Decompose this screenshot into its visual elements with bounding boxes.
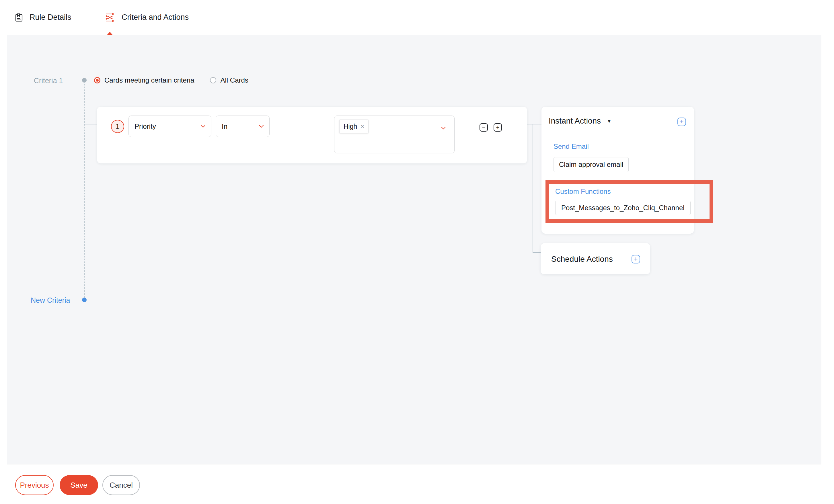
criteria-connector-dashed [84,84,85,298]
tab-rule-details-label: Rule Details [29,13,71,22]
connector-vertical [532,124,533,253]
value-chip-label: High [344,123,357,131]
tab-rule-details[interactable]: Rule Details [15,0,71,35]
new-criteria-dot [82,298,87,302]
radio-option-all-cards[interactable]: All Cards [210,76,248,84]
radio-option-cards-meeting-criteria[interactable]: Cards meeting certain criteria [94,76,194,84]
tab-criteria-and-actions-label: Criteria and Actions [122,13,189,22]
cancel-button[interactable]: Cancel [102,475,140,495]
operator-select-value: In [222,122,227,131]
rule-details-icon [15,13,23,22]
schedule-actions-title: Schedule Actions [551,255,613,264]
radio-unselected-icon[interactable] [210,77,216,84]
footer-bar: Previous Save Cancel [0,464,834,504]
previous-button[interactable]: Previous [15,475,53,495]
workflow-rule-editor: Rule Details Criteria and Actions Criter… [0,0,834,504]
chevron-down-icon [201,125,205,128]
remove-condition-button[interactable]: − [480,123,488,132]
send-email-link[interactable]: Send Email [553,142,589,151]
connector-left [84,124,97,124]
criteria-index-badge: 1 [111,120,124,133]
add-instant-action-button[interactable]: + [677,117,686,126]
field-select[interactable]: Priority [129,116,211,137]
criteria-section-label: Criteria 1 [34,76,63,85]
rule-canvas: Criteria 1 New Criteria Cards meeting ce… [7,35,821,464]
instant-actions-title: Instant Actions [549,116,601,125]
criteria-card: 1 Priority In High × [97,107,527,163]
radio-label: Cards meeting certain criteria [104,76,194,84]
custom-functions-link[interactable]: Custom Functions [555,187,611,196]
active-tab-indicator [107,32,113,35]
tab-criteria-and-actions[interactable]: Criteria and Actions [105,0,189,35]
caret-down-icon: ▾ [608,117,611,124]
instant-actions-dropdown[interactable]: Instant Actions ▾ [549,116,611,125]
field-select-value: Priority [134,122,156,131]
radio-selected-icon[interactable] [94,77,101,84]
connector-right-bottom [532,252,541,253]
value-chip-high[interactable]: High × [339,119,369,133]
operator-select[interactable]: In [216,116,269,137]
new-criteria-link[interactable]: New Criteria [31,296,70,304]
instant-actions-panel: Instant Actions ▾ + Send Email Claim app… [542,107,694,234]
save-button[interactable]: Save [60,475,98,495]
schedule-actions-panel: Schedule Actions + [541,243,650,274]
value-multiselect[interactable]: High × [334,116,455,153]
add-condition-button[interactable]: + [493,123,502,132]
criteria-match-options: Cards meeting certain criteria All Cards [94,76,248,84]
email-template-chip[interactable]: Claim approval email [553,157,629,172]
custom-function-chip[interactable]: Post_Messages_to_Zoho_Cliq_Channel [555,201,690,215]
connector-right-top [527,124,542,124]
chevron-down-icon [259,125,264,128]
criteria-actions-icon [105,13,115,22]
chevron-down-icon [441,127,446,130]
chip-close-icon[interactable]: × [360,123,364,130]
add-schedule-action-button[interactable]: + [632,255,640,264]
tab-bar: Rule Details Criteria and Actions [0,0,834,35]
criteria-node-dot [82,78,87,83]
radio-label: All Cards [220,76,248,84]
